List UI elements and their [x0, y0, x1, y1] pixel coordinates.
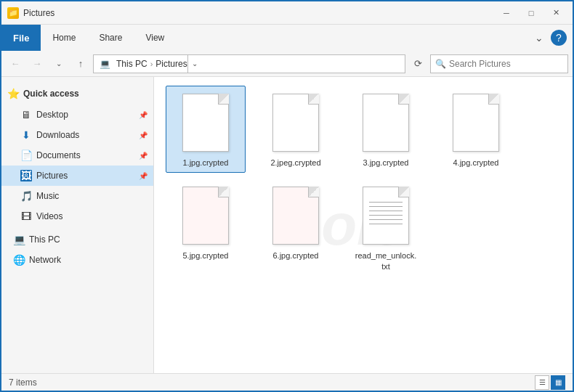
sidebar: ⭐ Quick access 🖥 Desktop 📌 ⬇ Downloads 📌… — [1, 77, 154, 373]
tab-view[interactable]: View — [134, 25, 176, 51]
file-label-6: 6.jpg.crypted — [273, 250, 319, 261]
sidebar-label-desktop: Desktop — [36, 110, 68, 120]
window-icon: 📁 — [7, 7, 19, 19]
address-bar: ← → ⌄ ↑ 💻 This PC › Pictures ⌄ ⟳ 🔍 — [1, 51, 573, 77]
sidebar-label-music: Music — [36, 191, 59, 201]
sidebar-label-downloads: Downloads — [36, 130, 79, 140]
sidebar-item-documents[interactable]: 📄 Documents 📌 — [1, 145, 153, 166]
file-label-5: 5.jpg.crypted — [183, 250, 229, 261]
file-item-1[interactable]: 1.jpg.crypted — [166, 86, 246, 173]
pictures-icon: 🖼 — [20, 170, 32, 181]
file-icon-1 — [179, 91, 232, 155]
file-item-3[interactable]: 3.jpg.crypted — [346, 86, 426, 173]
view-toggle-buttons: ☰ ▦ — [535, 375, 565, 390]
videos-icon: 🎞 — [20, 211, 32, 222]
recent-locations-button[interactable]: ⌄ — [49, 54, 68, 73]
file-item-4[interactable]: 4.jpg.crypted — [436, 86, 516, 173]
minimize-button[interactable]: ─ — [496, 6, 517, 20]
quick-access-icon: ⭐ — [7, 88, 19, 99]
downloads-icon: ⬇ — [20, 129, 32, 141]
address-path[interactable]: 💻 This PC › Pictures ⌄ — [93, 54, 405, 73]
pin-icon-downloads: 📌 — [139, 131, 147, 139]
sidebar-item-downloads[interactable]: ⬇ Downloads 📌 — [1, 125, 153, 145]
main-content: ⭐ Quick access 🖥 Desktop 📌 ⬇ Downloads 📌… — [1, 77, 573, 373]
pin-icon-pictures: 📌 — [139, 172, 147, 180]
sidebar-section-quick-access: ⭐ Quick access — [1, 83, 153, 105]
search-icon: 🔍 — [435, 59, 446, 69]
file-content-area[interactable]: oiJ 1.jpg.crypted 2.jpeg.crypted — [154, 77, 573, 373]
sidebar-label-quick-access: Quick access — [23, 89, 79, 99]
file-item-6[interactable]: 6.jpg.crypted — [256, 179, 336, 277]
file-label-2: 2.jpeg.crypted — [270, 158, 320, 168]
file-item-7[interactable]: read_me_unlock.txt — [346, 179, 426, 277]
list-view-button[interactable]: ☰ — [535, 375, 549, 390]
refresh-button[interactable]: ⟳ — [408, 54, 427, 73]
title-bar: 📁 Pictures ─ □ ✕ — [1, 1, 573, 25]
maximize-button[interactable]: □ — [520, 6, 542, 20]
item-count: 7 items — [9, 377, 535, 388]
file-label-7: read_me_unlock.txt — [355, 250, 416, 271]
close-button[interactable]: ✕ — [545, 6, 567, 20]
breadcrumb-pictures: Pictures — [155, 59, 187, 69]
pin-icon-desktop: 📌 — [139, 111, 147, 119]
sidebar-label-pictures: Pictures — [36, 171, 68, 181]
tab-share[interactable]: Share — [87, 25, 134, 51]
breadcrumb: 💻 This PC › Pictures — [100, 59, 187, 69]
file-icon-5 — [179, 184, 232, 248]
tab-home[interactable]: Home — [41, 25, 87, 51]
file-icon-7 — [360, 184, 412, 248]
file-icon-2 — [270, 91, 322, 155]
sidebar-label-this-pc: This PC — [29, 234, 60, 245]
help-button[interactable]: ? — [551, 30, 567, 46]
sidebar-label-network: Network — [29, 255, 61, 265]
window-title: Pictures — [23, 8, 496, 18]
file-icon-3 — [360, 91, 412, 155]
file-label-4: 4.jpg.crypted — [453, 158, 499, 168]
file-explorer-window: 📁 Pictures ─ □ ✕ File Home Share View ⌄ … — [0, 0, 574, 392]
ribbon-tabs: Home Share View — [41, 25, 525, 51]
path-dropdown-button[interactable]: ⌄ — [187, 54, 202, 73]
this-pc-icon: 💻 — [13, 234, 25, 245]
back-button[interactable]: ← — [6, 54, 25, 73]
sidebar-item-music[interactable]: 🎵 Music — [1, 186, 153, 206]
search-box: 🔍 — [430, 54, 568, 73]
network-icon: 🌐 — [13, 254, 25, 266]
sidebar-label-documents: Documents — [36, 150, 81, 160]
forward-button[interactable]: → — [28, 54, 47, 73]
file-icon-6 — [270, 184, 322, 248]
ribbon-bar: File Home Share View ⌄ ? — [1, 25, 573, 51]
breadcrumb-icon: 💻 — [100, 59, 110, 69]
sidebar-item-this-pc[interactable]: 💻 This PC — [1, 229, 153, 250]
sidebar-item-videos[interactable]: 🎞 Videos — [1, 206, 153, 226]
desktop-icon: 🖥 — [20, 109, 32, 121]
pin-icon-documents: 📌 — [139, 152, 147, 160]
search-input[interactable] — [449, 59, 563, 69]
file-label-1: 1.jpg.crypted — [183, 158, 229, 168]
breadcrumb-thispc: This PC — [116, 59, 147, 69]
sidebar-item-desktop[interactable]: 🖥 Desktop 📌 — [1, 105, 153, 125]
grid-view-button[interactable]: ▦ — [551, 375, 565, 390]
window-controls: ─ □ ✕ — [496, 6, 567, 20]
file-label-3: 3.jpg.crypted — [363, 158, 409, 168]
file-menu-button[interactable]: File — [1, 25, 41, 51]
documents-icon: 📄 — [20, 150, 32, 161]
music-icon: 🎵 — [20, 190, 32, 202]
file-icon-4 — [450, 91, 502, 155]
ribbon-expand-button[interactable]: ⌄ — [530, 29, 548, 46]
sidebar-item-pictures[interactable]: 🖼 Pictures 📌 — [1, 166, 153, 186]
files-grid: 1.jpg.crypted 2.jpeg.crypted 3.jpg.crypt… — [166, 86, 561, 277]
status-bar: 7 items ☰ ▦ — [1, 373, 573, 391]
sidebar-item-network[interactable]: 🌐 Network — [1, 250, 153, 270]
up-button[interactable]: ↑ — [71, 54, 90, 73]
sidebar-label-videos: Videos — [36, 211, 62, 221]
file-item-5[interactable]: 5.jpg.crypted — [166, 179, 246, 277]
file-item-2[interactable]: 2.jpeg.crypted — [256, 86, 336, 173]
ribbon-right: ⌄ ? — [525, 25, 573, 51]
path-separator: › — [150, 60, 153, 68]
